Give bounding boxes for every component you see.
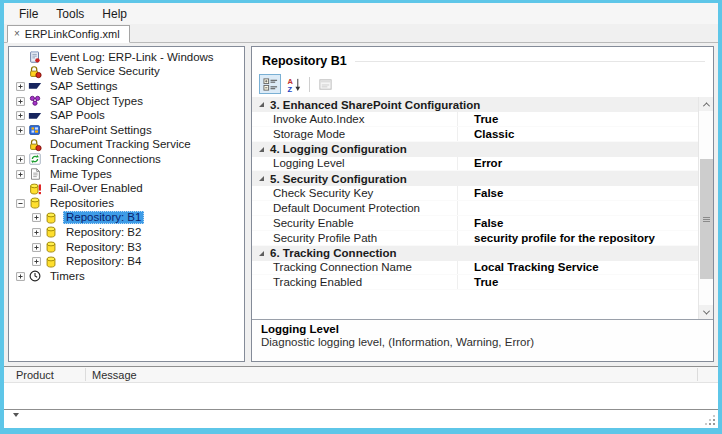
tree-item-repository-b2[interactable]: Repository: B2 [9, 225, 244, 240]
tree-item-label: SAP Object Types [47, 95, 146, 108]
category-expanded-icon[interactable] [259, 102, 264, 107]
tree-item-repository-b1[interactable]: Repository: B1 [9, 211, 244, 226]
grid-category-row[interactable]: 6. Tracking Connection [252, 246, 698, 261]
grid-property-row[interactable]: Tracking EnabledTrue [252, 275, 698, 290]
tree-item-repositories[interactable]: Repositories [9, 196, 244, 211]
property-value[interactable]: Error [458, 157, 698, 169]
event-log-icon [28, 50, 43, 64]
tree-item-repository-b3[interactable]: Repository: B3 [9, 240, 244, 255]
menu-item-help[interactable]: Help [93, 5, 136, 23]
property-name[interactable]: Invoke Auto.Index [252, 112, 458, 126]
property-value[interactable]: True [458, 113, 698, 125]
tree-item-web-service-security[interactable]: Web Service Security [9, 65, 244, 80]
category-expanded-icon[interactable] [259, 147, 264, 152]
tree-item-label: Web Service Security [47, 65, 163, 78]
grid-property-row[interactable]: Security Profile Pathsecurity profile fo… [252, 231, 698, 246]
panel-title: Repository B1 [252, 47, 713, 71]
menu-item-file[interactable]: File [10, 5, 47, 23]
tree-item-sap-pools[interactable]: SAP Pools [9, 108, 244, 123]
grid-property-row[interactable]: Security EnableFalse [252, 216, 698, 231]
title-rule [355, 61, 705, 62]
expand-plus-icon[interactable] [15, 125, 26, 136]
property-name[interactable]: Security Enable [252, 216, 458, 230]
grid-category-row[interactable]: 3. Enhanced SharePoint Configuration [252, 97, 698, 112]
panel-title-text: Repository B1 [262, 54, 347, 68]
property-value[interactable]: False [458, 187, 698, 199]
tree-item-tracking-connections[interactable]: Tracking Connections [9, 152, 244, 167]
tree-item-document-tracking-service[interactable]: Document Tracking Service [9, 138, 244, 153]
property-name[interactable]: Security Profile Path [252, 231, 458, 245]
close-icon[interactable]: × [14, 29, 20, 39]
output-list[interactable] [4, 383, 718, 410]
category-expanded-icon[interactable] [259, 176, 264, 181]
menu-item-tools[interactable]: Tools [47, 5, 93, 23]
database-icon [44, 255, 59, 269]
expand-plus-icon[interactable] [31, 256, 42, 267]
tree-item-repository-b4[interactable]: Repository: B4 [9, 254, 244, 269]
tree-item-label: Event Log: ERP-Link - Windows [47, 51, 217, 64]
tab-erplinkconfig[interactable]: × ERPLinkConfig.xml [7, 25, 130, 43]
tree-item-fail-over-enabled[interactable]: Fail-Over Enabled [9, 181, 244, 196]
column-header-message[interactable]: Message [92, 369, 137, 381]
collapse-minus-icon[interactable] [15, 198, 26, 209]
property-pages-button [314, 74, 336, 94]
grid-category-row[interactable]: 5. Security Configuration [252, 171, 698, 186]
column-divider[interactable] [85, 368, 86, 381]
expand-plus-icon[interactable] [15, 96, 26, 107]
alphabetical-sort-button[interactable]: AZ [283, 74, 305, 94]
tree-item-label: Fail-Over Enabled [47, 182, 146, 195]
scrollbar[interactable] [698, 97, 713, 319]
tree-item-label: Mime Types [47, 168, 115, 181]
expand-plus-icon[interactable] [31, 227, 42, 238]
grid-property-row[interactable]: Check Security KeyFalse [252, 186, 698, 201]
grid-property-row[interactable]: Tracking Connection NameLocal Tracking S… [252, 261, 698, 276]
grid-category-row[interactable]: 4. Logging Configuration [252, 142, 698, 157]
tree-item-label: Repositories [47, 197, 117, 210]
scroll-up-icon[interactable] [699, 97, 713, 111]
tree-item-label: Repository: B4 [63, 255, 144, 268]
property-name[interactable]: Check Security Key [252, 186, 458, 200]
tree-item-mime-types[interactable]: Mime Types [9, 167, 244, 182]
grid-property-row[interactable]: Logging LevelError [252, 157, 698, 172]
tree-item-timers[interactable]: Timers [9, 269, 244, 284]
property-value[interactable]: True [458, 276, 698, 288]
category-label: 4. Logging Configuration [270, 143, 407, 155]
expander-spacer [15, 139, 26, 150]
expand-plus-icon[interactable] [31, 242, 42, 253]
property-value[interactable]: Classic [458, 128, 698, 140]
category-label: 5. Security Configuration [270, 173, 407, 185]
output-filter-row[interactable] [4, 410, 718, 428]
expander-spacer [15, 66, 26, 77]
property-value[interactable]: False [458, 217, 698, 229]
expand-plus-icon[interactable] [15, 81, 26, 92]
categorized-view-button[interactable] [259, 74, 281, 94]
tree-item-sap-object-types[interactable]: SAP Object Types [9, 94, 244, 109]
tree-item-sharepoint-settings[interactable]: SharePoint Settings [9, 123, 244, 138]
tree-item-label: SAP Settings [47, 80, 121, 93]
property-grid: 3. Enhanced SharePoint ConfigurationInvo… [252, 97, 713, 319]
grid-property-row[interactable]: Storage ModeClassic [252, 127, 698, 142]
scroll-down-icon[interactable] [699, 305, 713, 319]
property-name[interactable]: Tracking Connection Name [252, 261, 458, 275]
property-value[interactable]: security profile for the repository [458, 232, 698, 244]
grid-property-row[interactable]: Default Document Protection [252, 201, 698, 216]
property-name[interactable]: Default Document Protection [252, 201, 458, 215]
expand-plus-icon[interactable] [15, 271, 26, 282]
expand-plus-icon[interactable] [15, 110, 26, 121]
property-name[interactable]: Logging Level [252, 157, 458, 171]
config-tree[interactable]: Event Log: ERP-Link - WindowsWeb Service… [8, 46, 245, 362]
property-value[interactable]: Local Tracking Service [458, 261, 698, 273]
expand-plus-icon[interactable] [15, 169, 26, 180]
chevron-down-icon[interactable] [13, 413, 19, 417]
property-name[interactable]: Tracking Enabled [252, 275, 458, 289]
scrollbar-thumb[interactable] [700, 159, 713, 279]
property-name[interactable]: Storage Mode [252, 127, 458, 141]
grid-property-row[interactable]: Invoke Auto.IndexTrue [252, 112, 698, 127]
tree-item-sap-settings[interactable]: SAP Settings [9, 79, 244, 94]
column-header-product[interactable]: Product [16, 369, 54, 381]
expand-plus-icon[interactable] [31, 212, 42, 223]
sap-icon [28, 79, 43, 93]
expand-plus-icon[interactable] [15, 154, 26, 165]
tree-item-event-log-erp-link-windows[interactable]: Event Log: ERP-Link - Windows [9, 50, 244, 65]
category-expanded-icon[interactable] [259, 251, 264, 256]
